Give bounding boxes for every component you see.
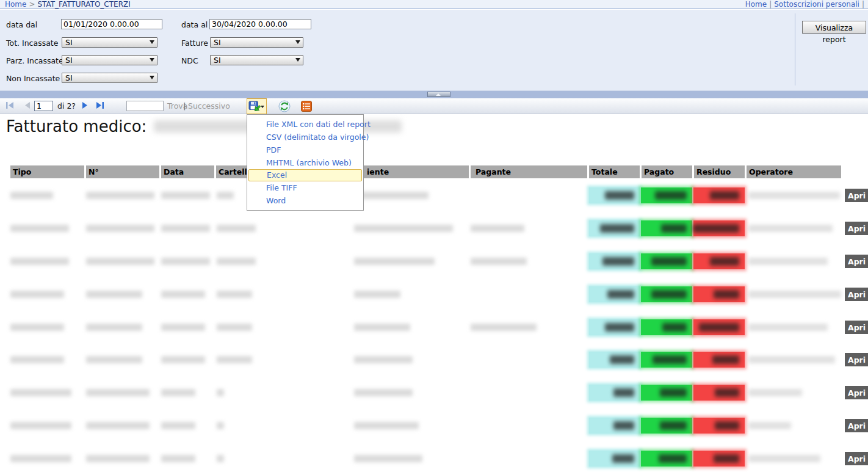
- non-incassate-value: SI: [65, 73, 73, 82]
- pagato-value-cell: [641, 418, 692, 434]
- redacted-pagato-amount: [660, 388, 687, 397]
- breadcrumb-home-link[interactable]: Home: [5, 0, 26, 9]
- export-menu-item-mhtml-archivio-web[interactable]: MHTML (archivio Web): [247, 156, 363, 169]
- redacted-totale-amount: [612, 454, 634, 463]
- redacted-residuo-amount: [715, 421, 739, 430]
- pagato-value-cell: [641, 253, 692, 269]
- apri-button[interactable]: Apri F: [845, 321, 868, 334]
- redacted-numero: [86, 258, 154, 265]
- first-page-icon[interactable]: [5, 101, 15, 109]
- subscriptions-link[interactable]: Sottoscrizioni personali: [774, 0, 859, 9]
- top-link-bar: Home>STAT_FATTURATO_CTERZI Home|Sottoscr…: [0, 0, 868, 9]
- export-menu-item-excel[interactable]: Excel: [248, 169, 362, 181]
- redacted-data: [161, 291, 205, 298]
- data-al-input[interactable]: [209, 19, 311, 29]
- parameters-divider: [795, 13, 795, 85]
- redacted-tipo: [10, 192, 53, 199]
- non-incassate-label: Non Incassate: [6, 74, 60, 83]
- pagato-value-cell: [641, 220, 692, 236]
- report-title: Fatturato medico:: [6, 117, 146, 136]
- redacted-pagato-amount: [651, 257, 687, 266]
- collapse-parameters-handle[interactable]: [427, 92, 450, 97]
- breadcrumb: Home>STAT_FATTURATO_CTERZI: [5, 0, 131, 9]
- export-menu-item-file-tiff[interactable]: File TIFF: [247, 181, 363, 194]
- redacted-operatore: [748, 455, 820, 462]
- apri-button[interactable]: Apri F: [845, 288, 868, 301]
- export-menu-item-file-xml-con-dati-del-report[interactable]: File XML con dati del report: [247, 118, 363, 131]
- find-text-input[interactable]: [126, 101, 164, 111]
- export-menu-item-csv-delimitato-da-virgole[interactable]: CSV (delimitato da virgole): [247, 131, 363, 143]
- previous-page-icon[interactable]: [24, 101, 31, 109]
- pagato-value-cell: [641, 352, 692, 368]
- tot-incassate-value: SI: [65, 38, 73, 47]
- residuo-value-cell: [693, 385, 745, 401]
- redacted-pagato-amount: [661, 224, 687, 233]
- refresh-icon[interactable]: [278, 100, 291, 112]
- ndc-select[interactable]: SI: [210, 55, 303, 65]
- apri-button[interactable]: Apri F: [845, 353, 868, 366]
- page-number-input[interactable]: [34, 101, 53, 111]
- redacted-tipo: [10, 389, 71, 396]
- column-header-operatore: Operatore: [747, 165, 841, 178]
- export-menu-item-pdf[interactable]: PDF: [247, 143, 363, 156]
- home-link[interactable]: Home: [745, 0, 767, 9]
- redacted-cartella: [217, 455, 224, 462]
- redacted-cliente: [354, 192, 429, 199]
- apri-button[interactable]: Apri F: [845, 452, 868, 465]
- column-header-pagato: Pagato: [642, 165, 692, 178]
- tot-incassate-select[interactable]: SI: [62, 37, 157, 48]
- apri-button[interactable]: Apri F: [845, 419, 868, 432]
- redacted-pagante: [471, 225, 524, 232]
- chevron-down-icon: [150, 76, 154, 79]
- non-incassate-select[interactable]: SI: [62, 73, 157, 83]
- redacted-cartella: [217, 225, 256, 232]
- redacted-data: [161, 389, 195, 396]
- view-report-button[interactable]: Visualizza report: [802, 21, 866, 34]
- redacted-totale-amount: [607, 290, 634, 299]
- data-feed-icon[interactable]: [301, 101, 312, 112]
- apri-button[interactable]: Apri F: [845, 386, 868, 399]
- fatture-value: SI: [214, 38, 221, 47]
- apri-button[interactable]: Apri F: [845, 255, 868, 268]
- redacted-data: [161, 356, 205, 363]
- apri-button[interactable]: Apri F: [845, 222, 868, 235]
- last-page-icon[interactable]: [96, 101, 105, 109]
- redacted-data: [161, 422, 195, 429]
- totale-value-cell: [589, 286, 640, 302]
- totale-value-cell: [589, 187, 640, 203]
- pagato-value-cell: [641, 286, 692, 302]
- residuo-value-cell: [693, 319, 745, 335]
- apri-button[interactable]: Apri F: [845, 189, 868, 202]
- column-header-residuo: Residuo: [694, 165, 745, 178]
- parz-incassate-value: SI: [65, 56, 73, 65]
- redacted-tipo: [10, 455, 71, 462]
- export-dropdown-button[interactable]: [247, 98, 267, 114]
- redacted-pagato-amount: [659, 454, 687, 463]
- fatture-label: Fatture: [181, 38, 208, 48]
- redacted-cliente: [354, 422, 419, 429]
- residuo-value-cell: [693, 286, 745, 302]
- ndc-label: NDC: [181, 56, 198, 65]
- column-header-data: Data: [161, 165, 214, 178]
- fatture-select[interactable]: SI: [210, 37, 303, 48]
- export-menu-item-word[interactable]: Word: [247, 194, 363, 207]
- data-dal-input[interactable]: [61, 19, 162, 29]
- totale-value-cell: [589, 253, 640, 269]
- redacted-tipo: [10, 356, 64, 363]
- totale-value-cell: [589, 319, 640, 335]
- redacted-totale-amount: [602, 257, 634, 266]
- export-menu: File XML con dati del reportCSV (delimit…: [247, 114, 364, 211]
- top-right-links: Home|Sottoscrizioni personali|: [745, 0, 867, 9]
- data-al-label: data al: [181, 20, 208, 29]
- find-separator: |: [183, 101, 186, 111]
- collapse-up-icon: [436, 93, 441, 96]
- column-header-pagante: Pagante: [471, 165, 587, 178]
- find-next-link[interactable]: Successivo: [188, 101, 230, 111]
- residuo-value-cell: [693, 187, 745, 203]
- next-page-icon[interactable]: [81, 101, 89, 109]
- redacted-cliente: [354, 258, 435, 265]
- redacted-operatore: [748, 225, 833, 232]
- totale-value-cell: [589, 418, 640, 434]
- parz-incassate-select[interactable]: SI: [62, 55, 157, 65]
- page-count-label: di 2?: [57, 101, 76, 111]
